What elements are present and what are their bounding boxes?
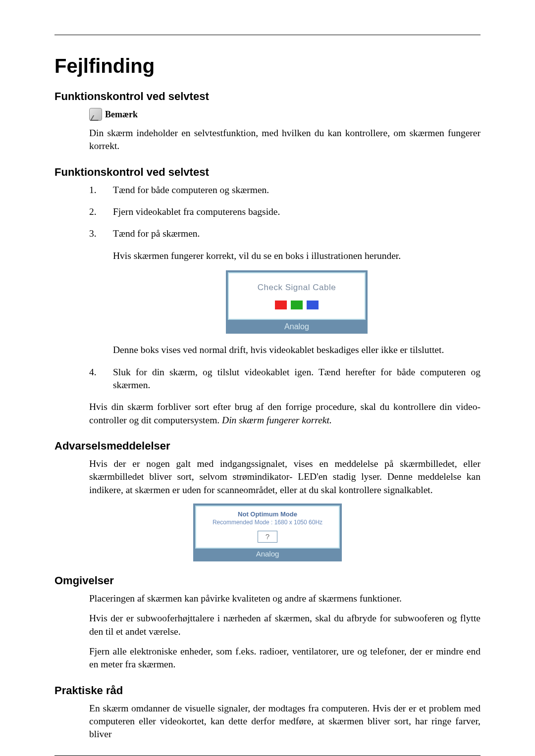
osd-frame: Check Signal Cable Analog — [226, 270, 368, 334]
paragraph: Din skærm indeholder en selvtestfunktion… — [89, 127, 481, 153]
rgb-swatches — [275, 301, 319, 309]
osd-message: Check Signal Cable — [258, 282, 336, 294]
paragraph: Placeringen af skærmen kan påvirke kvali… — [89, 592, 481, 605]
osd-inner: Check Signal Cable — [228, 272, 366, 320]
osd-header-2: Recommended Mode : 1680 x 1050 60Hz — [199, 519, 336, 526]
osd-figure-check-signal: Check Signal Cable Analog — [226, 270, 368, 334]
section-heading-environment: Omgivelser — [54, 574, 481, 587]
osd-inner: Not Optimum Mode Recommended Mode : 1680… — [195, 505, 340, 549]
osd-figure-not-optimum: Not Optimum Mode Recommended Mode : 1680… — [193, 504, 342, 561]
paragraph-after-steps: Hvis din skærm forbliver sort efter brug… — [89, 401, 481, 427]
after-steps-italic: Din skærm fungerer korrekt. — [222, 415, 332, 425]
osd-header-1: Not Optimum Mode — [199, 510, 336, 518]
step-4: Sluk for din skærm, og tilslut videokabl… — [89, 366, 481, 392]
step-3-text: Tænd for på skærmen. — [113, 228, 200, 239]
step-2: Fjern videokablet fra computerens bagsid… — [89, 205, 481, 218]
step-3-sub-2: Denne boks vises ved normal drift, hvis … — [113, 344, 481, 356]
ordered-steps: Tænd for både computeren og skærmen. Fje… — [89, 184, 481, 392]
red-swatch — [275, 301, 287, 309]
paragraph: Hvis der er nogen galt med indgangssigna… — [89, 457, 481, 497]
top-rule — [54, 35, 481, 35]
step-3: Tænd for på skærmen. Hvis skærmen funger… — [89, 227, 481, 357]
section-heading-selftest-1: Funktionskontrol ved selvtest — [54, 90, 481, 103]
osd-frame: Not Optimum Mode Recommended Mode : 1680… — [193, 504, 342, 561]
osd-bar: Analog — [195, 549, 340, 559]
step-1: Tænd for både computeren og skærmen. — [89, 184, 481, 197]
blue-swatch — [307, 301, 319, 309]
paragraph: En skærm omdanner de visuelle signaler, … — [89, 702, 481, 741]
section-heading-selftest-2: Funktionskontrol ved selvtest — [54, 166, 481, 179]
osd-bar: Analog — [228, 320, 366, 334]
green-swatch — [291, 301, 303, 309]
osd-question-box: ? — [258, 531, 277, 543]
note-icon — [89, 108, 102, 121]
step-3-sub-1: Hvis skærmen fungerer korrekt, vil du se… — [113, 250, 481, 262]
section-heading-tips: Praktiske råd — [54, 684, 481, 697]
paragraph: Hvis der er subwooferhøjttalere i nærhed… — [89, 612, 481, 638]
paragraph: Fjern alle elektroniske enheder, som f.e… — [89, 645, 481, 671]
note-label: Bemærk — [105, 109, 138, 120]
document-page: Fejlfinding Funktionskontrol ved selvtes… — [0, 0, 535, 756]
note-row: Bemærk — [89, 108, 481, 121]
section-heading-warnings: Advarselsmeddelelser — [54, 440, 481, 453]
page-title: Fejlfinding — [54, 55, 481, 77]
